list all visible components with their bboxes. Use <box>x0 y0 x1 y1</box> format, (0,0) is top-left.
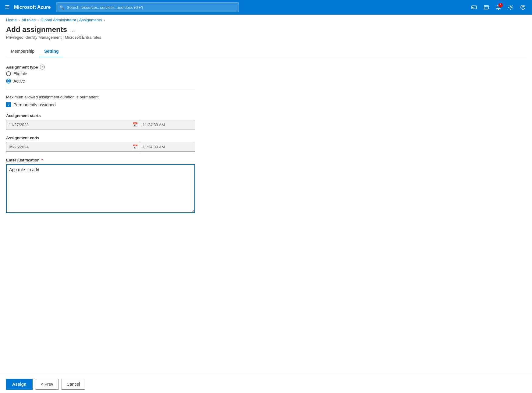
assignment-type-info-icon[interactable]: i <box>40 65 45 69</box>
assignment-starts-date-wrap: 📅 <box>6 120 140 129</box>
search-icon: 🔍 <box>59 5 64 10</box>
search-input[interactable] <box>67 5 236 10</box>
hamburger-menu-icon[interactable]: ☰ <box>4 3 11 12</box>
breadcrumb-home[interactable]: Home <box>6 18 17 22</box>
app-title: Microsoft Azure <box>14 5 51 10</box>
justification-label: Enter justification * <box>6 158 195 162</box>
breadcrumb-sep-3: › <box>104 18 105 22</box>
assignment-starts-date-input[interactable] <box>6 120 140 129</box>
assignment-ends-time-input[interactable] <box>140 142 195 152</box>
tabs: Membership Setting <box>6 46 526 57</box>
main-content: Add assignments ... Privileged Identity … <box>0 25 532 226</box>
justification-required-marker: * <box>41 158 43 162</box>
directory-icon[interactable] <box>481 2 492 13</box>
topbar: ☰ Microsoft Azure 🔍 3 <box>0 0 532 15</box>
assignment-ends-group: Assignment ends 📅 <box>6 136 195 152</box>
assignment-ends-datetime: 📅 <box>6 142 195 152</box>
search-bar[interactable]: 🔍 <box>56 2 239 12</box>
assignment-type-radio-group: Eligible Active <box>6 71 195 83</box>
assignment-starts-datetime: 📅 <box>6 120 195 129</box>
radio-eligible-label: Eligible <box>13 71 27 76</box>
page-header: Add assignments ... <box>6 25 526 34</box>
breadcrumb-sep-1: › <box>19 18 20 22</box>
breadcrumb-all-roles[interactable]: All roles <box>22 18 36 22</box>
justification-group: Enter justification * App role to add <box>6 158 195 214</box>
radio-active-label: Active <box>13 79 25 83</box>
svg-point-7 <box>523 8 523 9</box>
svg-rect-2 <box>484 5 488 9</box>
svg-line-1 <box>473 7 474 8</box>
form-section: Assignment type i Eligible Active Maximu… <box>6 65 195 214</box>
radio-active[interactable]: Active <box>6 79 195 83</box>
svg-point-5 <box>510 7 512 8</box>
radio-eligible-input[interactable] <box>6 71 11 76</box>
assignment-starts-group: Assignment starts 📅 <box>6 113 195 129</box>
breadcrumb-current: Global Administrator | Assignments <box>41 18 102 22</box>
assignment-type-group: Assignment type i Eligible Active <box>6 65 195 83</box>
divider-1 <box>6 90 195 90</box>
page-subtitle: Privileged Identity Management | Microso… <box>6 35 526 40</box>
breadcrumb-sep-2: › <box>37 18 39 22</box>
tab-setting[interactable]: Setting <box>39 46 63 57</box>
settings-icon[interactable] <box>505 2 516 13</box>
calendar-starts-icon[interactable]: 📅 <box>133 122 138 127</box>
justification-textarea[interactable]: App role to add <box>6 164 195 213</box>
assignment-ends-date-wrap: 📅 <box>6 142 140 152</box>
page-title: Add assignments <box>6 25 67 34</box>
assignment-ends-date-input[interactable] <box>6 142 140 152</box>
notification-badge: 3 <box>498 3 503 7</box>
assignment-starts-label: Assignment starts <box>6 113 195 118</box>
permanently-assigned-checkbox-box[interactable] <box>6 102 11 107</box>
topbar-icons: 3 <box>469 2 528 13</box>
max-duration-text: Maximum allowed assignment duration is p… <box>6 95 195 99</box>
radio-active-input[interactable] <box>6 79 11 83</box>
help-icon[interactable] <box>517 2 528 13</box>
permanently-assigned-label: Permanently assigned <box>13 102 56 107</box>
more-options-button[interactable]: ... <box>70 26 76 33</box>
breadcrumb: Home › All roles › Global Administrator … <box>0 15 532 25</box>
calendar-ends-icon[interactable]: 📅 <box>133 144 138 149</box>
tab-membership[interactable]: Membership <box>6 46 39 57</box>
notifications-icon[interactable]: 3 <box>493 2 504 13</box>
svg-rect-4 <box>485 6 486 7</box>
assignment-ends-label: Assignment ends <box>6 136 195 140</box>
radio-eligible[interactable]: Eligible <box>6 71 195 76</box>
cloud-shell-icon[interactable] <box>469 2 480 13</box>
assignment-starts-time-input[interactable] <box>140 120 195 129</box>
assignment-type-label: Assignment type i <box>6 65 195 69</box>
permanently-assigned-checkbox[interactable]: Permanently assigned <box>6 102 195 107</box>
